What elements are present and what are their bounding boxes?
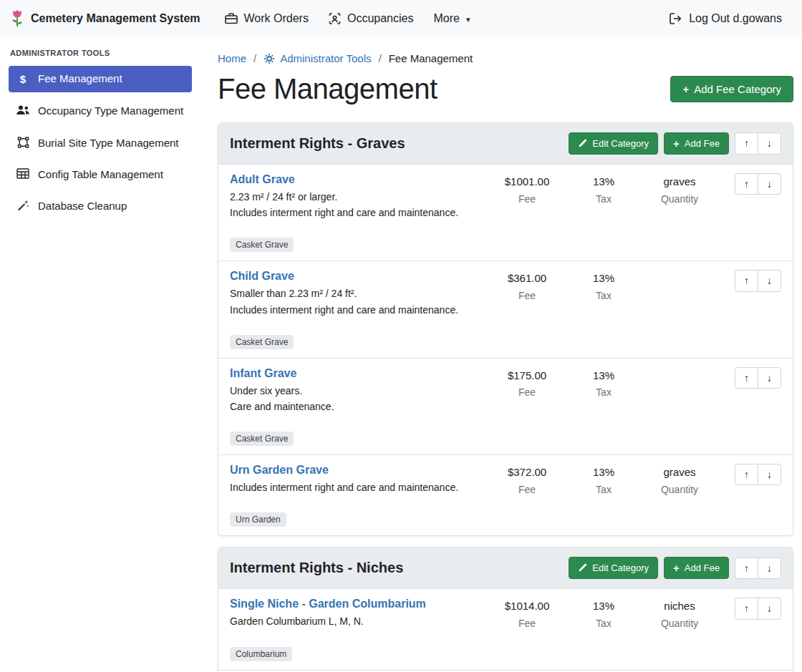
category-reorder-group: ↑↓ [735,557,781,579]
fee-tax-label: Tax [576,618,632,629]
edit-category-label: Edit Category [592,138,649,149]
fee-move-up-button[interactable]: ↑ [735,464,758,485]
category-title: Interment Rights - Graves [230,135,569,152]
category-list: Interment Rights - GravesEdit Category+A… [218,122,793,672]
category-header: Interment Rights - NichesEdit Category+A… [218,547,793,588]
sidebar-item-burial-site-type-management[interactable]: Burial Site Type Management [9,130,192,156]
fee-move-down-button[interactable]: ↓ [758,173,781,195]
fee-move-up-button[interactable]: ↑ [735,367,758,389]
fee-amount-value: $1014.00 [487,599,567,613]
fee-move-down-button[interactable]: ↓ [758,598,781,619]
breadcrumb-admin-tools-link[interactable]: Administrator Tools [264,52,371,64]
edit-category-button[interactable]: Edit Category [569,557,658,579]
fee-amount-label: Fee [487,484,567,495]
fee-tax-value: 13% [576,465,632,479]
fee-move-up-button[interactable]: ↑ [735,270,758,291]
fee-move-up-button[interactable]: ↑ [735,173,758,195]
plus-icon: + [682,84,689,94]
breadcrumb-admin-tools-label: Administrator Tools [280,52,371,64]
category-move-down-button[interactable]: ↓ [758,132,781,154]
fee-name-link[interactable]: Urn Garden Grave [230,464,329,477]
fee-quantity-label: Quantity [640,618,719,629]
fee-description: Smaller than 2.23 m² / 24 ft². [230,287,478,300]
fee-quantity-column [640,367,719,373]
sidebar-item-fee-management[interactable]: $ Fee Management [9,66,192,92]
category-reorder-group: ↑↓ [735,132,781,154]
fee-tax-value: 13% [576,369,632,383]
fee-details: Single Niche - Garden ColumbariumGarden … [230,598,478,661]
add-fee-label: Add Fee [685,563,720,573]
fee-move-up-button[interactable]: ↑ [735,598,758,619]
breadcrumb-current: Fee Management [389,52,473,64]
fee-quantity-column [640,270,719,276]
breadcrumb-home-link[interactable]: Home [218,52,246,64]
nav-work-orders-label: Work Orders [244,12,309,25]
fee-category-card: Interment Rights - NichesEdit Category+A… [218,547,793,672]
plus-icon: + [673,138,680,149]
fee-amount-column: $175.00Fee [487,367,567,399]
fee-tax-column: 13%Tax [576,464,632,495]
nav-more-label: More [433,12,459,25]
fee-name-link[interactable]: Infant Grave [230,367,296,380]
fee-name-link[interactable]: Single Niche - Garden Columbarium [230,598,426,610]
fee-amount-value: $361.00 [487,271,567,286]
category-move-up-button[interactable]: ↑ [735,557,758,579]
nav-work-orders[interactable]: Work Orders [215,6,319,31]
fee-description: 2.23 m² / 24 ft² or larger. [230,190,478,203]
sidebar-item-occupancy-type-management[interactable]: Occupancy Type Management [9,98,192,124]
add-fee-button[interactable]: +Add Fee [664,132,729,155]
fee-move-down-button[interactable]: ↓ [758,367,781,389]
fee-reorder-group: ↑↓ [735,173,781,195]
fee-tax-label: Tax [576,484,632,495]
fee-tag: Casket Grave [230,335,294,349]
dollar-icon: $ [16,72,30,87]
app-brand[interactable]: Cemetery Management System [10,9,200,29]
chevron-down-icon: ▾ [466,15,470,24]
fee-quantity-label: Quantity [640,484,719,495]
fee-amount-label: Fee [487,193,567,205]
nav-more[interactable]: More ▾ [423,6,480,31]
sidebar-item-config-table-management[interactable]: Config Table Management [9,162,192,188]
fee-amount-column: $361.00Fee [487,270,567,301]
sidebar-item-database-cleanup[interactable]: Database Cleanup [9,193,192,219]
app-logo-icon [10,9,24,29]
fee-row: Infant GraveUnder six years.Care and mai… [218,358,793,454]
fee-move-down-button[interactable]: ↓ [758,464,781,485]
category-move-up-button[interactable]: ↑ [735,132,758,154]
fee-tax-column: 13%Tax [576,367,632,399]
fee-amount-label: Fee [487,290,567,301]
edit-category-button[interactable]: Edit Category [569,132,658,155]
table-icon [16,168,30,179]
category-move-down-button[interactable]: ↓ [758,557,781,579]
fee-name-link[interactable]: Adult Grave [230,173,295,186]
fee-amount-label: Fee [487,618,567,629]
fee-amount-value: $175.00 [487,369,567,383]
add-fee-category-button[interactable]: + Add Fee Category [670,76,793,102]
add-fee-button[interactable]: +Add Fee [664,557,729,579]
nav-occupancies[interactable]: Occupancies [319,6,424,31]
logout-link[interactable]: Log Out d.gowans [660,6,792,31]
fee-reorder-group: ↑↓ [735,598,781,619]
fee-reorder-group: ↑↓ [735,464,781,485]
category-actions: Edit Category+Add Fee↑↓ [569,557,781,579]
work-orders-icon [225,13,238,24]
breadcrumb-separator: / [253,52,256,64]
people-icon [16,104,30,115]
fee-quantity-column: gravesQuantity [640,173,719,205]
page-header: Fee Management + Add Fee Category [218,73,793,105]
fee-tag: Casket Grave [230,238,294,252]
fee-tax-value: 13% [576,175,632,189]
fee-tag: Columbarium [230,647,292,661]
fee-description: Garden Columbarium L, M, N. [230,615,478,628]
fee-amount-column: $372.00Fee [487,464,567,495]
fee-tax-label: Tax [576,386,632,398]
fee-tax-column: 13%Tax [576,270,632,301]
sidebar-item-label: Fee Management [38,72,122,86]
logout-icon [670,13,682,24]
fee-move-down-button[interactable]: ↓ [758,270,781,291]
sidebar-heading: ADMINISTRATOR TOOLS [10,49,190,57]
fee-description: Includes interment right and care and ma… [230,206,478,219]
fee-details: Adult Grave2.23 m² / 24 ft² or larger.In… [230,173,478,252]
fee-name-link[interactable]: Child Grave [230,270,294,283]
fee-quantity-value: graves [640,465,719,479]
